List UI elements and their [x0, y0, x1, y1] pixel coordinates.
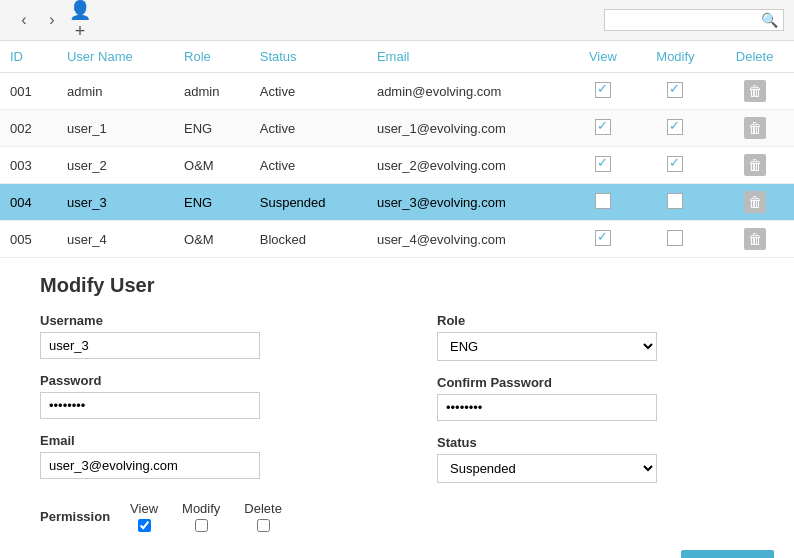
cell-delete[interactable]: 🗑 [715, 184, 794, 221]
back-button[interactable]: ‹ [10, 6, 38, 34]
password-group: Password [40, 373, 377, 419]
perm-delete-label: Delete [244, 501, 282, 516]
user-table: ID User Name Role Status Email View Modi… [0, 41, 794, 258]
status-select[interactable]: Active Suspended Blocked [437, 454, 657, 483]
cell-modify[interactable] [636, 73, 716, 110]
cell-email: user_1@evolving.com [377, 121, 506, 136]
cell-view[interactable] [570, 221, 635, 258]
perm-view-checkbox[interactable] [138, 519, 151, 532]
delete-button[interactable]: 🗑 [744, 191, 766, 213]
username-field[interactable] [40, 332, 260, 359]
cell-role: O&M [184, 158, 214, 173]
add-user-button[interactable]: 👤+ [66, 6, 94, 34]
cell-id: 003 [10, 158, 32, 173]
email-group: Email [40, 433, 377, 479]
col-header-role: Role [174, 41, 250, 73]
table-row[interactable]: 004user_3ENGSuspendeduser_3@evolving.com… [0, 184, 794, 221]
email-label: Email [40, 433, 377, 448]
table-header-row: ID User Name Role Status Email View Modi… [0, 41, 794, 73]
password-label: Password [40, 373, 377, 388]
password-field[interactable] [40, 392, 260, 419]
cell-username: user_2 [67, 158, 107, 173]
search-icon: 🔍 [761, 12, 778, 28]
status-group: Status Active Suspended Blocked [437, 435, 774, 483]
cell-status: Blocked [260, 232, 306, 247]
col-header-modify: Modify [636, 41, 716, 73]
col-header-email: Email [367, 41, 570, 73]
cell-status: Suspended [260, 195, 326, 210]
col-header-delete: Delete [715, 41, 794, 73]
cell-email: user_4@evolving.com [377, 232, 506, 247]
cell-email: user_3@evolving.com [377, 195, 506, 210]
delete-button[interactable]: 🗑 [744, 80, 766, 102]
cell-view[interactable] [570, 184, 635, 221]
perm-delete-item: Delete [244, 501, 282, 532]
confirm-password-label: Confirm Password [437, 375, 774, 390]
cell-id: 004 [10, 195, 32, 210]
email-field[interactable] [40, 452, 260, 479]
cell-username: user_4 [67, 232, 107, 247]
perm-delete-checkbox[interactable] [257, 519, 270, 532]
status-label: Status [437, 435, 774, 450]
cell-modify[interactable] [636, 184, 716, 221]
username-group: Username [40, 313, 377, 359]
cell-username: admin [67, 84, 102, 99]
search-box: 🔍 [604, 9, 784, 31]
role-select[interactable]: ENG O&M admin [437, 332, 657, 361]
user-table-container: ID User Name Role Status Email View Modi… [0, 41, 794, 258]
table-row[interactable]: 002user_1ENGActiveuser_1@evolving.com🗑 [0, 110, 794, 147]
col-header-username: User Name [57, 41, 174, 73]
table-row[interactable]: 003user_2O&MActiveuser_2@evolving.com🗑 [0, 147, 794, 184]
perm-modify-label: Modify [182, 501, 220, 516]
delete-button[interactable]: 🗑 [744, 154, 766, 176]
role-group: Role ENG O&M admin [437, 313, 774, 361]
table-row[interactable]: 001adminadminActiveadmin@evolving.com🗑 [0, 73, 794, 110]
permission-row: Permission View Modify Delete [40, 501, 774, 532]
cell-id: 002 [10, 121, 32, 136]
perm-view-item: View [130, 501, 158, 532]
cell-role: ENG [184, 121, 212, 136]
delete-button[interactable]: 🗑 [744, 117, 766, 139]
cell-modify[interactable] [636, 221, 716, 258]
cell-view[interactable] [570, 147, 635, 184]
cell-role: ENG [184, 195, 212, 210]
cell-status: Active [260, 121, 295, 136]
cell-role: O&M [184, 232, 214, 247]
table-row[interactable]: 005user_4O&MBlockeduser_4@evolving.com🗑 [0, 221, 794, 258]
cell-modify[interactable] [636, 147, 716, 184]
cell-view[interactable] [570, 73, 635, 110]
cell-status: Active [260, 84, 295, 99]
col-header-id: ID [0, 41, 57, 73]
perm-modify-item: Modify [182, 501, 220, 532]
modify-user-form: Modify User Username Password Email Role… [0, 258, 794, 542]
cell-id: 001 [10, 84, 32, 99]
form-title: Modify User [40, 274, 774, 297]
cell-status: Active [260, 158, 295, 173]
cell-delete[interactable]: 🗑 [715, 110, 794, 147]
cell-role: admin [184, 84, 219, 99]
toolbar: ‹ › 👤+ 🔍 [0, 0, 794, 41]
cell-view[interactable] [570, 110, 635, 147]
form-footer: Update [0, 550, 794, 558]
role-label: Role [437, 313, 774, 328]
cell-email: admin@evolving.com [377, 84, 501, 99]
cell-username: user_3 [67, 195, 107, 210]
perm-view-label: View [130, 501, 158, 516]
perm-modify-checkbox[interactable] [195, 519, 208, 532]
col-header-status: Status [250, 41, 367, 73]
cell-modify[interactable] [636, 110, 716, 147]
cell-username: user_1 [67, 121, 107, 136]
permission-label: Permission [40, 509, 110, 524]
cell-email: user_2@evolving.com [377, 158, 506, 173]
cell-delete[interactable]: 🗑 [715, 147, 794, 184]
forward-button[interactable]: › [38, 6, 66, 34]
update-button[interactable]: Update [681, 550, 774, 558]
cell-delete[interactable]: 🗑 [715, 221, 794, 258]
cell-id: 005 [10, 232, 32, 247]
confirm-password-group: Confirm Password [437, 375, 774, 421]
col-header-view: View [570, 41, 635, 73]
delete-button[interactable]: 🗑 [744, 228, 766, 250]
search-input[interactable] [611, 13, 761, 28]
confirm-password-field[interactable] [437, 394, 657, 421]
cell-delete[interactable]: 🗑 [715, 73, 794, 110]
